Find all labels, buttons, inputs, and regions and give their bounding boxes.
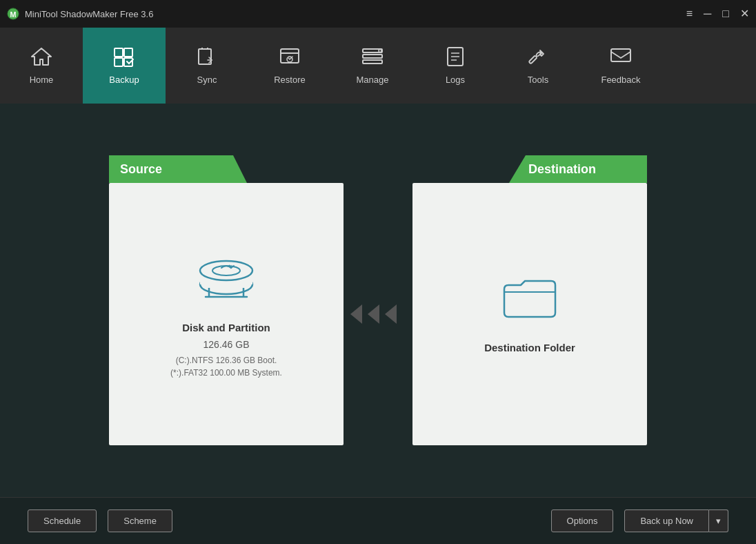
title-bar-left: M MiniTool ShadowMaker Free 3.6 (7, 8, 153, 20)
restore-icon (278, 46, 301, 70)
options-button[interactable]: Options (551, 509, 614, 532)
nav-label-restore: Restore (274, 75, 306, 85)
scheme-button[interactable]: Scheme (108, 509, 172, 532)
source-size: 126.46 GB (203, 339, 250, 350)
backup-now-dropdown-button[interactable]: ▾ (709, 509, 728, 532)
logs-icon (444, 46, 467, 70)
nav-label-feedback: Feedback (601, 75, 640, 85)
nav-item-home[interactable]: Home (0, 28, 83, 104)
bottom-left-buttons: Schedule Scheme (28, 509, 172, 532)
nav-item-manage[interactable]: Manage (331, 28, 414, 104)
source-details: (C:).NTFS 126.36 GB Boot. (*:).FAT32 100… (170, 354, 282, 379)
nav-label-home: Home (30, 75, 54, 85)
source-card-body[interactable]: Disk and Partition 126.46 GB (C:).NTFS 1… (109, 183, 344, 445)
feedback-icon (609, 46, 633, 70)
minimize-icon[interactable]: ─ (704, 8, 711, 19)
title-bar: M MiniTool ShadowMaker Free 3.6 ≡ ─ □ ✕ (0, 0, 756, 28)
app-title: MiniTool ShadowMaker Free 3.6 (25, 9, 153, 19)
nav-label-backup: Backup (109, 75, 139, 85)
nav-bar: Home Backup Sync (0, 28, 756, 104)
nav-item-tools[interactable]: Tools (497, 28, 579, 104)
nav-item-restore[interactable]: Restore (248, 28, 331, 104)
nav-label-tools: Tools (528, 75, 548, 85)
arrow-container (344, 300, 412, 328)
bottom-right-buttons: Options Back up Now ▾ (551, 509, 728, 532)
source-detail1: (C:).NTFS 126.36 GB Boot. (176, 356, 277, 365)
schedule-button[interactable]: Schedule (28, 509, 97, 532)
bottom-bar: Schedule Scheme Options Back up Now ▾ (0, 497, 756, 544)
maximize-icon[interactable]: □ (722, 8, 729, 19)
svg-rect-3 (124, 48, 132, 57)
source-title: Disk and Partition (182, 322, 270, 333)
svg-rect-7 (281, 49, 299, 63)
manage-icon (361, 46, 384, 70)
disk-icon (195, 250, 257, 308)
destination-title: Destination Folder (484, 342, 575, 353)
svg-rect-2 (115, 48, 123, 57)
nav-label-manage: Manage (357, 75, 389, 85)
source-detail2: (*:).FAT32 100.00 MB System. (170, 368, 282, 378)
nav-item-feedback[interactable]: Feedback (579, 28, 662, 104)
nav-label-sync: Sync (197, 75, 217, 85)
home-icon (30, 46, 53, 70)
source-header: Source (109, 155, 247, 183)
svg-point-12 (379, 50, 381, 52)
source-header-label: Source (120, 162, 162, 177)
source-card-wrapper: Source Di (109, 155, 344, 445)
destination-card-body[interactable]: Destination Folder (412, 183, 647, 445)
close-icon[interactable]: ✕ (740, 8, 749, 19)
nav-label-logs: Logs (446, 75, 465, 85)
destination-header: Destination (509, 155, 647, 183)
svg-rect-17 (611, 49, 630, 61)
svg-rect-4 (115, 58, 123, 66)
destination-header-label: Destination (528, 162, 596, 177)
backup-icon (112, 46, 136, 70)
menu-icon[interactable]: ≡ (686, 8, 693, 19)
title-bar-controls: ≡ ─ □ ✕ (686, 8, 749, 19)
destination-card-wrapper: Destination Destination Folder (412, 155, 647, 445)
main-content: Source Di (0, 104, 756, 497)
tools-icon (526, 46, 550, 70)
nav-item-backup[interactable]: Backup (83, 28, 166, 104)
app-logo-icon: M (7, 8, 19, 20)
sync-icon (195, 46, 219, 70)
svg-rect-11 (363, 60, 382, 64)
folder-icon (499, 270, 561, 328)
svg-rect-10 (363, 55, 382, 58)
nav-item-logs[interactable]: Logs (414, 28, 497, 104)
backup-now-button[interactable]: Back up Now (624, 509, 709, 532)
svg-text:M: M (10, 10, 17, 19)
nav-item-sync[interactable]: Sync (166, 28, 248, 104)
